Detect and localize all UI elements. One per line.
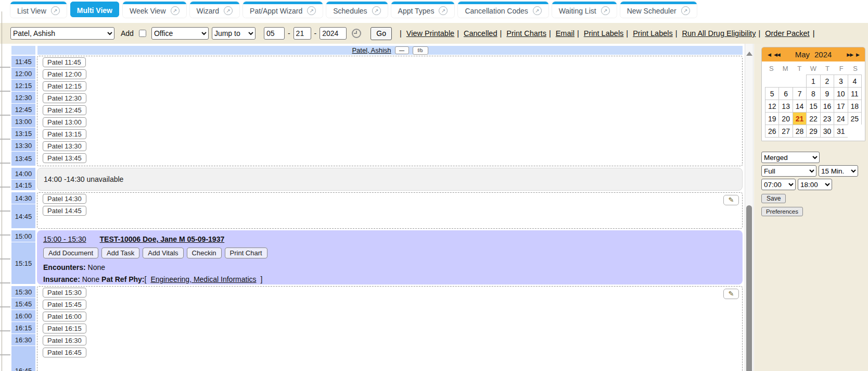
appointment-action-button[interactable]: Add Document <box>43 248 98 258</box>
calendar-day[interactable] <box>848 125 862 138</box>
date-day-input[interactable] <box>293 27 311 40</box>
slot-button[interactable]: Patel 14:45 <box>43 206 86 216</box>
next-month-arrow[interactable]: ▶ <box>856 52 859 57</box>
prev-year-arrow[interactable]: ◀◀ <box>774 52 780 57</box>
tab[interactable]: Appt Types ↗ <box>391 2 455 18</box>
tab[interactable]: Multi View <box>70 2 119 17</box>
appointment-action-button[interactable]: Add Vitals <box>143 248 183 258</box>
provider-select[interactable]: Patel, Ashish <box>10 27 114 40</box>
preferences-button[interactable]: Preferences <box>761 207 803 216</box>
slot-button[interactable]: Patel 13:15 <box>43 129 86 139</box>
calendar-day[interactable]: 4 <box>848 75 862 88</box>
calendar-day[interactable]: 10 <box>834 87 848 100</box>
prev-month-arrow[interactable]: ◀ <box>768 52 771 57</box>
toolbar-link[interactable]: View Printable <box>406 29 454 38</box>
toolbar-link[interactable]: Run All Drug Eligibility <box>682 29 756 38</box>
interval-select[interactable]: 15 Min. <box>819 165 858 177</box>
calendar-day[interactable]: 30 <box>820 125 834 138</box>
tab[interactable]: Wizard ↗ <box>190 2 240 18</box>
calendar-day[interactable]: 17 <box>834 100 848 113</box>
calendar-day[interactable]: 11 <box>848 87 862 100</box>
calendar-day[interactable]: 7 <box>793 87 807 100</box>
edit-icon[interactable]: ✎ <box>723 289 739 299</box>
appointment-action-button[interactable]: Checkin <box>187 248 222 258</box>
save-button[interactable]: Save <box>761 194 786 203</box>
patient-link[interactable]: TEST-10006 Doe, Jane M 05-09-1937 <box>100 235 225 243</box>
slot-button[interactable]: Patel 13:00 <box>43 117 86 127</box>
scrollbar-up-arrow[interactable] <box>746 52 752 56</box>
facility-select[interactable]: Office <box>151 27 209 40</box>
calendar-day[interactable]: 27 <box>778 125 793 138</box>
scrollbar-thumb[interactable] <box>746 205 752 371</box>
calendar-day[interactable]: 16 <box>820 100 834 113</box>
calendar-day[interactable] <box>765 75 779 88</box>
calendar-day[interactable]: 29 <box>806 125 820 138</box>
clock-icon[interactable] <box>352 29 361 38</box>
slot-button[interactable]: Patel 16:15 <box>43 324 86 333</box>
appointment-action-button[interactable]: Print Chart <box>225 248 267 258</box>
zoom-select[interactable]: Full <box>761 165 816 177</box>
calendar-day[interactable]: 23 <box>820 112 834 125</box>
add-checkbox[interactable] <box>139 30 146 37</box>
calendar-day[interactable]: 12 <box>765 100 779 113</box>
toolbar-link[interactable]: Cancelled <box>464 29 497 38</box>
calendar-day[interactable]: 31 <box>834 125 848 138</box>
date-year-input[interactable] <box>320 27 347 40</box>
calendar-day[interactable]: 9 <box>820 87 834 100</box>
calendar-day[interactable] <box>793 75 807 88</box>
calendar-day[interactable]: 26 <box>765 125 779 138</box>
calendar-day[interactable]: 22 <box>806 112 820 125</box>
toolbar-link[interactable]: Email <box>556 29 575 38</box>
slot-button[interactable]: Patel 13:45 <box>43 153 86 163</box>
calendar-day[interactable]: 1 <box>806 75 820 88</box>
slot-button[interactable]: Patel 12:15 <box>43 81 86 91</box>
calendar-day[interactable]: 28 <box>793 125 807 138</box>
collapse-column-button[interactable]: — <box>395 46 409 54</box>
appointment-action-button[interactable]: Add Task <box>101 248 139 258</box>
tab[interactable]: New Scheduler ↗ <box>620 2 697 18</box>
toolbar-link[interactable]: Print Labels <box>633 29 673 38</box>
calendar-day[interactable]: 6 <box>778 87 793 100</box>
tab[interactable]: List View ↗ <box>10 2 67 18</box>
end-time-select[interactable]: 18:00 <box>798 179 832 190</box>
calendar-day[interactable]: 13 <box>778 100 793 113</box>
calendar-day[interactable]: 18 <box>848 100 862 113</box>
slot-button[interactable]: Patel 12:30 <box>43 93 86 103</box>
next-year-arrow[interactable]: ▶▶ <box>847 52 853 57</box>
appointment-time-link[interactable]: 15:00 - 15:30 <box>43 235 86 243</box>
calendar-day[interactable]: 2 <box>820 75 834 88</box>
slot-button[interactable]: Patel 12:00 <box>43 69 86 79</box>
appointment-block[interactable]: 15:00 - 15:30 TEST-10006 Doe, Jane M 05-… <box>37 230 743 285</box>
toolbar-link[interactable]: Print Charts <box>506 29 546 38</box>
slot-button[interactable]: Patel 16:00 <box>43 312 86 321</box>
slot-button[interactable]: Patel 16:45 <box>43 348 86 357</box>
view-mode-select[interactable]: Merged <box>761 152 820 163</box>
slot-button[interactable]: Patel 12:45 <box>43 105 86 115</box>
go-button[interactable]: Go <box>371 27 392 40</box>
tab[interactable]: Waiting List ↗ <box>552 2 617 18</box>
tab[interactable]: Schedules ↗ <box>326 2 387 18</box>
slot-button[interactable]: Patel 11:45 <box>43 57 86 67</box>
provider-header-link[interactable]: Patel, Ashish <box>352 46 391 54</box>
calendar-day[interactable]: 15 <box>806 100 820 113</box>
slot-button[interactable]: Patel 13:30 <box>43 141 86 151</box>
toolbar-link[interactable]: Print Labels <box>584 29 624 38</box>
calendar-day[interactable]: 14 <box>793 100 807 113</box>
slot-button[interactable]: Patel 14:30 <box>43 194 86 204</box>
jump-to-select[interactable]: Jump to <box>212 27 256 40</box>
date-month-input[interactable] <box>264 27 285 40</box>
edit-icon[interactable]: ✎ <box>723 195 739 205</box>
referring-physician-link[interactable]: Engineering, Medical Informatics <box>150 275 256 283</box>
calendar-day[interactable]: 19 <box>765 112 779 125</box>
calendar-day[interactable]: 21 <box>793 112 807 125</box>
slot-button[interactable]: Patel 16:30 <box>43 336 86 345</box>
slot-button[interactable]: Patel 15:30 <box>43 288 86 298</box>
slot-button[interactable]: Patel 15:45 <box>43 300 86 310</box>
calendar-day[interactable]: 3 <box>834 75 848 88</box>
calendar-day[interactable]: 5 <box>765 87 779 100</box>
calendar-day[interactable]: 24 <box>834 112 848 125</box>
calendar-day[interactable]: 8 <box>806 87 820 100</box>
start-time-select[interactable]: 07:00 <box>761 179 796 190</box>
tab[interactable]: Cancellation Codes ↗ <box>458 2 548 18</box>
calendar-day[interactable]: 20 <box>778 112 793 125</box>
